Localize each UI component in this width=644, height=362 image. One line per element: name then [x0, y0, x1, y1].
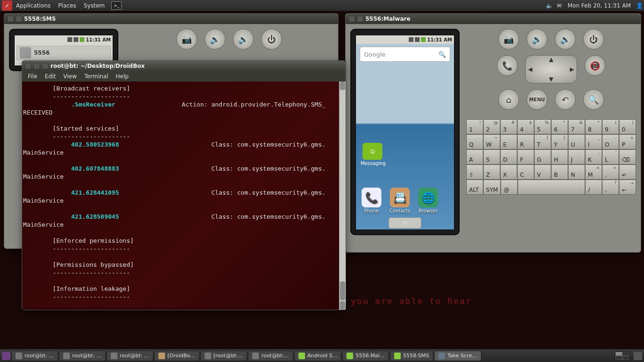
key-u[interactable]: U [568, 134, 585, 149]
key-d[interactable]: D [500, 149, 517, 165]
power-button[interactable]: ⏻ [261, 29, 282, 49]
minimize-icon[interactable] [348, 16, 355, 22]
key-shift[interactable]: ⇧ [466, 165, 483, 180]
app-browser[interactable]: 🌐Browser [416, 188, 440, 214]
maximize-icon[interactable] [33, 63, 40, 69]
taskbar-item[interactable]: Take Scre... [434, 351, 481, 361]
vol-up-button[interactable]: 🔊 [555, 29, 576, 49]
menu-file[interactable]: File [25, 72, 40, 81]
menu-button[interactable]: MENU [527, 89, 547, 110]
dpad-right-icon[interactable]: ▶ [570, 66, 574, 73]
key-k[interactable]: K; [585, 149, 602, 165]
key-v[interactable]: V [534, 165, 551, 180]
key-enter[interactable]: ↵ [619, 165, 636, 180]
key-g[interactable]: G [534, 149, 551, 165]
user-icon[interactable]: 👤 [635, 2, 644, 9]
app-messaging[interactable]: ☺ Messaging [361, 143, 384, 166]
dpad[interactable]: ▲ ▼ ◀ ▶ [525, 55, 577, 83]
show-desktop-icon[interactable] [2, 352, 10, 360]
key-alt[interactable]: ALT [466, 180, 483, 195]
taskbar-item[interactable]: 5558:SMS [390, 351, 433, 361]
key-p[interactable]: P+ [619, 134, 636, 149]
back-button[interactable]: ↶ [555, 89, 576, 110]
key-s[interactable]: S [483, 149, 500, 165]
endcall-button[interactable]: 📵 [585, 55, 605, 76]
minimize-icon[interactable] [7, 16, 14, 22]
key-slash[interactable]: / [585, 180, 602, 195]
menu-system[interactable]: System [80, 2, 108, 9]
camera-button[interactable]: 📷 [498, 29, 519, 49]
scroll-down-button[interactable] [340, 301, 345, 310]
taskbar-item[interactable]: root@bt: ... [107, 351, 153, 361]
trash-icon[interactable] [634, 352, 642, 360]
phone-screen[interactable]: 11:31 AM Google 🔍 ☺ Messaging 📞Phone 📇Co… [355, 35, 454, 230]
menu-applications[interactable]: Applications [12, 2, 54, 9]
mail-icon[interactable]: ✉ [554, 2, 564, 9]
key-.[interactable]: .> [602, 165, 619, 180]
key-comma[interactable]: ,? [602, 180, 619, 195]
key-b[interactable]: B [551, 165, 568, 180]
key-9[interactable]: 9( [602, 119, 619, 134]
google-search-bar[interactable]: Google 🔍 [360, 47, 450, 62]
key-f[interactable]: F [517, 149, 534, 165]
key-m[interactable]: M< [585, 165, 602, 180]
taskbar-item[interactable]: root@bt: ... [11, 351, 58, 361]
key-arrows[interactable]: ←→ [619, 180, 636, 195]
dpad-down-icon[interactable]: ▼ [549, 76, 553, 82]
key-backspace[interactable]: ⌫ [619, 149, 636, 165]
scroll-up-button[interactable] [340, 82, 345, 90]
close-icon[interactable] [42, 63, 49, 69]
call-button[interactable]: 📞 [497, 55, 518, 76]
key-space[interactable] [518, 180, 585, 195]
taskbar-item[interactable]: [root@bt:... [200, 351, 248, 361]
key-1[interactable]: 1! [466, 119, 483, 134]
app-phone[interactable]: 📞Phone [360, 188, 383, 214]
vol-up-button[interactable]: 🔊 [233, 29, 254, 49]
titlebar-emu-5558[interactable]: 5558:SMS [4, 14, 338, 24]
key-6[interactable]: 6^ [551, 119, 568, 134]
titlebar-emu-5556[interactable]: 5556:Malware [346, 14, 641, 24]
key-5[interactable]: 5% [534, 119, 551, 134]
menu-places[interactable]: Places [54, 2, 80, 9]
vol-down-button[interactable]: 🔉 [205, 29, 225, 49]
taskbar-item[interactable]: [DroidBo... [154, 351, 199, 361]
camera-button[interactable]: 📷 [176, 29, 197, 49]
key-n[interactable]: N [568, 165, 585, 180]
clock[interactable]: Mon Feb 20, 11:31 AM [564, 2, 635, 9]
scroll-thumb[interactable] [340, 281, 345, 300]
key-sym[interactable]: SYM [483, 180, 501, 195]
dpad-up-icon[interactable]: ▲ [549, 56, 553, 63]
key-0[interactable]: 0) [619, 119, 636, 134]
taskbar-item[interactable]: root@bt: ... [59, 351, 106, 361]
volume-icon[interactable]: 🔈 [545, 2, 554, 9]
key-z[interactable]: Z [483, 165, 500, 180]
dpad-left-icon[interactable]: ◀ [528, 66, 532, 73]
close-icon[interactable] [16, 16, 22, 22]
menu-help[interactable]: Help [113, 72, 132, 81]
key-w[interactable]: W~ [483, 134, 500, 149]
app-drawer-button[interactable]: ◎ [388, 217, 421, 229]
key-at[interactable]: @ [501, 180, 518, 195]
key-2[interactable]: 2@ [483, 119, 500, 134]
key-l[interactable]: L' [602, 149, 619, 165]
minimize-icon[interactable] [25, 63, 32, 69]
taskbar-item[interactable]: root@bt:... [248, 351, 293, 361]
menu-edit[interactable]: Edit [42, 72, 58, 81]
menu-terminal[interactable]: Terminal [82, 72, 111, 81]
key-e[interactable]: E [500, 134, 517, 149]
close-icon[interactable] [357, 16, 363, 22]
search-icon[interactable]: 🔍 [438, 51, 446, 58]
terminal-output[interactable]: [Broadcast receivers] ------------------… [22, 82, 346, 308]
sms-thread-header[interactable]: 5556 [17, 46, 111, 60]
key-7[interactable]: 7& [568, 119, 585, 134]
key-o[interactable]: O- [602, 134, 619, 149]
key-8[interactable]: 8* [585, 119, 602, 134]
key-3[interactable]: 3# [500, 119, 517, 134]
key-i[interactable]: I_ [585, 134, 602, 149]
key-r[interactable]: R [517, 134, 534, 149]
taskbar-item[interactable]: 5556:Mal... [342, 351, 388, 361]
workspace-switcher[interactable] [615, 351, 630, 361]
titlebar-terminal[interactable]: root@bt: ~/Desktop/DroidBox [22, 61, 346, 71]
distro-logo-icon[interactable]: ⟋ [2, 0, 12, 11]
key-j[interactable]: J [568, 149, 585, 165]
